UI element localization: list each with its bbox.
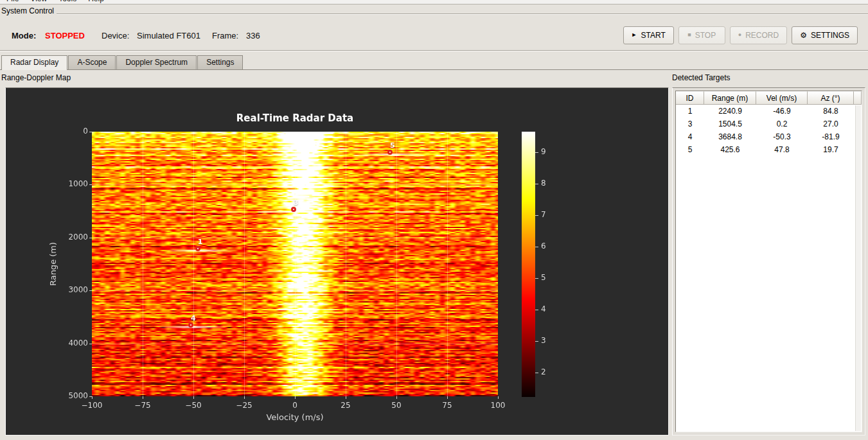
cell: 47.8 [756,143,808,156]
cell: 4 [676,130,704,143]
panel-divider [0,50,868,51]
targets-table-header: IDRange (m)Vel (m/s)Az (°) [676,91,862,105]
device-label: Device: [102,31,129,40]
cell: 425.6 [704,143,756,156]
menu-help[interactable]: Help [82,0,110,4]
y-axis-label: Range (m) [48,242,58,286]
control-buttons: ►START■STOP●RECORD⚙SETTINGS [623,26,858,44]
app-window: { "menu": { "items": ["File", "View", "T… [0,0,868,440]
stop-button[interactable]: ■STOP [678,26,725,44]
table-header-stub [854,91,862,105]
cell: 1504.5 [704,118,756,130]
settings-button[interactable]: ⚙SETTINGS [792,26,858,44]
table-scrollbar[interactable] [855,105,861,431]
start-button-label: START [641,31,666,40]
tab-a-scope[interactable]: A-Scope [68,55,116,69]
target-row[interactable]: 5425.647.819.7 [676,143,862,156]
cell: 3684.8 [704,130,756,143]
column-header-id[interactable]: ID [676,91,704,105]
system-control-group-label: System Control [1,6,54,15]
tab-doppler-spectrum[interactable]: Doppler Spectrum [116,55,197,69]
mode-value: STOPPED [45,31,85,40]
gear-icon: ⚙ [800,31,807,40]
stop-button-label: STOP [695,31,716,40]
column-header-az[interactable]: Az (°) [808,91,854,105]
menu-file[interactable]: File [1,0,24,4]
tab-settings[interactable]: Settings [197,55,243,69]
targets-table-body: 12240.9-46.984.831504.50.227.043684.8-50… [676,105,862,156]
target-row[interactable]: 12240.9-46.984.8 [676,105,862,118]
cell: 19.7 [808,143,854,156]
groupbox-divider [57,13,868,15]
menu-view[interactable]: View [24,0,53,4]
detected-targets-panel: IDRange (m)Vel (m/s)Az (°) 12240.9-46.98… [672,87,865,436]
menu-items: FileViewToolsHelp [0,0,868,4]
range-doppler-heatmap-canvas [6,88,668,435]
menu-tools[interactable]: Tools [53,0,82,4]
target-row[interactable]: 31504.50.227.0 [676,118,862,130]
cell: 84.8 [808,105,854,118]
cell: 1 [676,105,704,118]
device-value: Simulated FT601 [137,31,200,40]
frame-label: Frame: [212,31,238,40]
cell: -81.9 [808,130,854,143]
settings-button-label: SETTINGS [811,31,849,40]
tab-radar-display[interactable]: Radar Display [1,55,67,70]
x-axis-label: Velocity (m/s) [92,412,498,422]
tabbar: Radar DisplayA-ScopeDoppler SpectrumSett… [1,55,244,70]
detected-targets-group-label: Detected Targets [672,73,731,82]
stop-icon: ■ [687,31,691,38]
plot-title: Real-Time Radar Data [92,112,498,124]
cell: 2240.9 [704,105,756,118]
cell: -50.3 [756,130,808,143]
frame-value: 336 [246,31,260,40]
targets-table: IDRange (m)Vel (m/s)Az (°) 12240.9-46.98… [675,91,862,432]
range-doppler-map-panel: Real-Time Radar Data Velocity (m/s) Rang… [5,87,669,436]
mode-label: Mode: [12,31,36,40]
play-icon: ► [632,31,637,38]
column-header-velms[interactable]: Vel (m/s) [756,91,808,105]
cell: 3 [676,118,704,130]
cell: 0.2 [756,118,808,130]
cell: -46.9 [756,105,808,118]
record-icon: ● [738,31,741,38]
range-doppler-group-label: Range-Doppler Map [1,73,71,82]
column-header-rangem[interactable]: Range (m) [704,91,756,105]
record-button[interactable]: ●RECORD [730,26,787,44]
cell: 5 [676,143,704,156]
start-button[interactable]: ►START [623,26,674,44]
cell: 27.0 [808,118,854,130]
menubar: FileViewToolsHelp [0,0,868,4]
record-button-label: RECORD [745,31,779,40]
target-row[interactable]: 43684.8-50.3-81.9 [676,130,862,143]
plot-area: Real-Time Radar Data Velocity (m/s) Rang… [6,88,668,435]
